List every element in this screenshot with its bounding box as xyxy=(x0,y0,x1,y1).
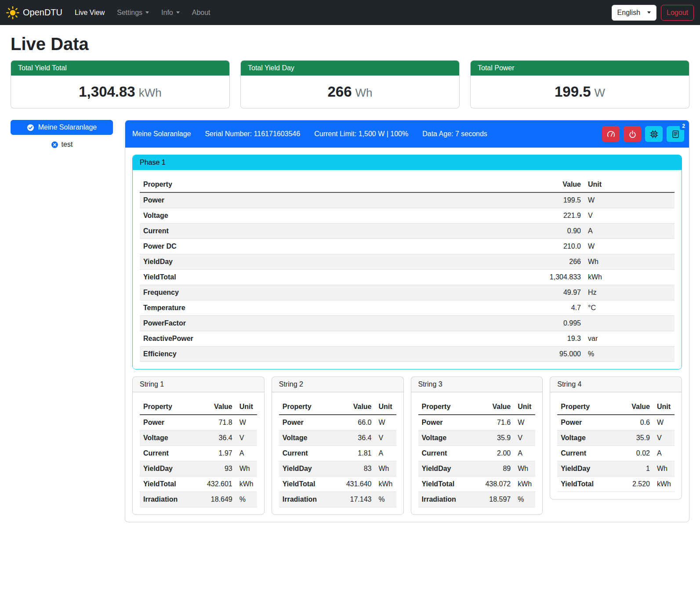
column-value: Value xyxy=(333,399,375,415)
unit-cell: V xyxy=(236,431,257,446)
nav-link-live-view[interactable]: Live View xyxy=(69,5,111,20)
value-cell: 95.000 xyxy=(199,347,584,362)
inverter-actions: 2 xyxy=(602,126,684,142)
table-row: Power DC 210.0 W xyxy=(140,239,675,254)
unit-cell: A xyxy=(375,446,396,461)
unit-cell: var xyxy=(584,331,675,347)
cpu-icon xyxy=(650,130,658,138)
string-table: Property Value Unit Power xyxy=(557,399,675,492)
nav-link-info[interactable]: Info xyxy=(155,5,186,20)
property-cell: Current xyxy=(418,446,472,461)
event-log-button[interactable]: 2 xyxy=(667,126,684,142)
value-cell: 438.072 xyxy=(472,477,514,492)
inverter-item-label: test xyxy=(62,141,73,148)
column-unit: Unit xyxy=(653,399,675,415)
value-cell: 1,304.833 xyxy=(199,270,584,285)
unit-cell: A xyxy=(584,224,675,239)
property-cell: Current xyxy=(557,446,616,461)
unit-cell: Wh xyxy=(514,461,535,477)
property-cell: Temperature xyxy=(140,300,199,316)
table-row: Voltage 36.4 V xyxy=(140,431,257,446)
property-cell: YieldDay xyxy=(557,461,616,477)
inverter-name: Meine Solaranlage xyxy=(132,130,191,138)
unit-cell: °C xyxy=(584,300,675,316)
unit-cell: kWh xyxy=(514,477,535,492)
property-cell: Power xyxy=(140,415,194,431)
summary-value: 266 xyxy=(327,83,352,100)
value-cell: 18.597 xyxy=(472,492,514,507)
property-cell: Current xyxy=(140,224,199,239)
table-row: Irradiation 17.143 % xyxy=(279,492,396,507)
string-table: Property Value Unit Power xyxy=(140,399,257,507)
table-row: YieldDay 1 Wh xyxy=(557,461,675,477)
unit-cell: Wh xyxy=(584,254,675,270)
chevron-down-icon xyxy=(647,11,651,14)
logout-button[interactable]: Logout xyxy=(661,5,694,21)
property-cell: Power xyxy=(418,415,472,431)
property-cell: ReactivePower xyxy=(140,331,199,347)
summary-card: Total Power 199.5W xyxy=(470,60,689,109)
summary-unit: W xyxy=(595,86,606,99)
table-row: Power 66.0 W xyxy=(279,415,396,431)
string-table: Property Value Unit Power xyxy=(279,399,396,507)
unit-cell: Wh xyxy=(236,461,257,477)
sun-logo-icon xyxy=(6,6,19,19)
unit-cell: W xyxy=(236,415,257,431)
unit-cell: kWh xyxy=(236,477,257,492)
inverter-item-test[interactable]: test xyxy=(11,141,113,148)
unit-cell: kWh xyxy=(584,270,675,285)
phase-panel-title: Phase 1 xyxy=(133,155,682,170)
value-cell: 18.649 xyxy=(194,492,236,507)
table-row: YieldDay 93 Wh xyxy=(140,461,257,477)
inverter-current-limit: Current Limit: 1,500 W | 100% xyxy=(314,130,408,138)
table-row: YieldDay 89 Wh xyxy=(418,461,536,477)
language-select[interactable]: English xyxy=(612,5,656,21)
nav-link-settings[interactable]: Settings xyxy=(111,5,155,20)
value-cell: 0.995 xyxy=(199,316,584,331)
inverter-card: Meine Solaranlage Serial Number: 1161716… xyxy=(125,120,689,522)
inverter-serial: Serial Number: 116171603546 xyxy=(205,130,300,138)
value-cell: 1 xyxy=(616,461,653,477)
device-info-button[interactable] xyxy=(645,126,663,142)
limit-settings-button[interactable] xyxy=(602,126,620,142)
property-cell: YieldTotal xyxy=(557,477,616,492)
unit-cell: % xyxy=(236,492,257,507)
property-cell: Voltage xyxy=(418,431,472,446)
brand-label: OpenDTU xyxy=(23,7,62,18)
value-cell: 199.5 xyxy=(199,192,584,208)
property-cell: Frequency xyxy=(140,285,199,300)
table-row: Current 1.97 A xyxy=(140,446,257,461)
unit-cell: W xyxy=(584,239,675,254)
table-header-row: Property Value Unit xyxy=(140,399,257,415)
inverter-card-header: Meine Solaranlage Serial Number: 1161716… xyxy=(125,120,689,148)
value-cell: 66.0 xyxy=(333,415,375,431)
inverter-select-button[interactable]: Meine Solaranlage xyxy=(11,120,113,135)
unit-cell: Hz xyxy=(584,285,675,300)
column-unit: Unit xyxy=(584,177,675,192)
property-cell: YieldDay xyxy=(140,254,199,270)
speedometer-icon xyxy=(607,130,615,138)
property-cell: PowerFactor xyxy=(140,316,199,331)
power-button[interactable] xyxy=(624,126,641,142)
value-cell: 71.6 xyxy=(472,415,514,431)
value-cell: 35.9 xyxy=(616,431,653,446)
unit-cell: V xyxy=(375,431,396,446)
column-property: Property xyxy=(557,399,616,415)
value-cell: 432.601 xyxy=(194,477,236,492)
property-cell: Current xyxy=(140,446,194,461)
property-cell: Voltage xyxy=(557,431,616,446)
table-row: Current 2.00 A xyxy=(418,446,536,461)
property-cell: Irradiation xyxy=(418,492,472,507)
brand-link[interactable]: OpenDTU xyxy=(6,6,62,19)
property-cell: Current xyxy=(279,446,333,461)
power-icon xyxy=(628,130,637,138)
unit-cell: % xyxy=(584,347,675,362)
phase-table-body: Power 199.5 W Voltage 221.9 V xyxy=(140,192,675,362)
unit-cell: A xyxy=(514,446,535,461)
value-cell: 35.9 xyxy=(472,431,514,446)
summary-value: 1,304.83 xyxy=(79,83,135,100)
value-cell: 1.81 xyxy=(333,446,375,461)
main-content: Live Data Total Yield Total 1,304.83kWh … xyxy=(0,34,700,535)
nav-link-about[interactable]: About xyxy=(186,5,217,20)
phase-panel: Phase 1 Property Value Unit xyxy=(132,155,682,369)
